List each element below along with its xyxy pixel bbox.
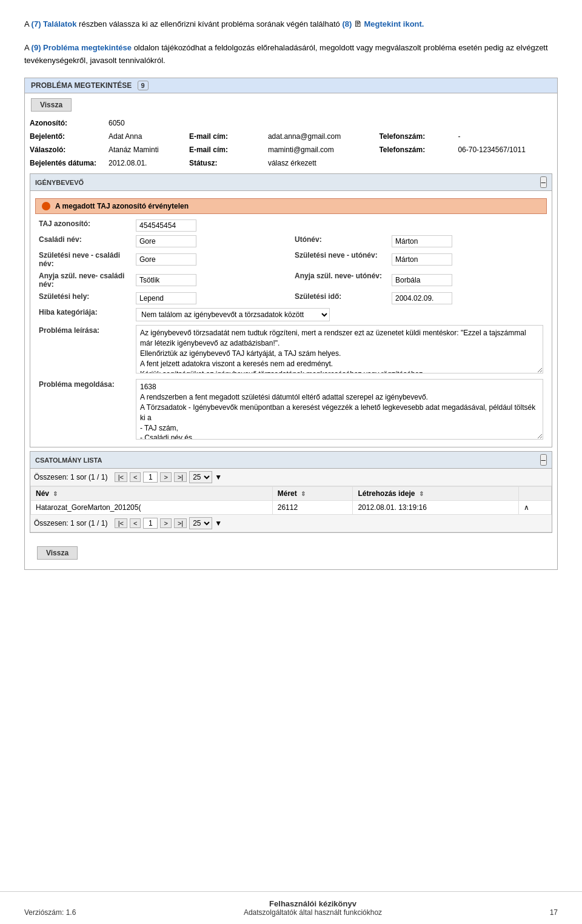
intro-p1-prefix: A [24,19,32,28]
szulnev-uto-value-cell: Márton [388,249,547,270]
att-name-cell: Hatarozat_GoreMarton_201205( [31,501,273,515]
csaladi-value: Gore [136,235,196,247]
hiba-label: Hiba kategóriája: [35,306,132,323]
leiras-textarea[interactable]: Az igénybevevő törzsadatát nem tudtuk rö… [136,325,543,373]
footer-title: Felhasználói kézikönyv [244,899,382,908]
utonev-value: Márton [392,235,452,247]
attachment-body: Összesen: 1 sor (1 / 1) |< < > >| 25 ▼ [30,469,552,532]
back-button-top[interactable]: Vissza [31,98,72,112]
pager-bottom: Összesen: 1 sor (1 / 1) |< < > >| 25 ▼ [30,515,552,532]
statusz-label: Státusz: [184,156,263,170]
panel-title: Probléma megtekintése 9 [31,81,149,90]
szulnev-uto-value: Márton [392,253,452,266]
info-table: Azonosító: 6050 Bejelentő: Adat Anna E-m… [25,116,557,170]
pager-top: Összesen: 1 sor (1 / 1) |< < > >| 25 ▼ [30,469,552,486]
footer-center: Felhasználói kézikönyv Adatszolgáltatók … [244,899,382,917]
hiba-value-cell: Nem találom az igénybevevőt a törzsadato… [132,306,547,323]
telefon1-label: Telefonszám: [374,130,453,143]
pager-last-btn-top[interactable]: >| [174,472,187,482]
pager-dropdown-icon-top: ▼ [215,473,222,481]
azonosito-row: Azonosító: 6050 [25,116,557,130]
szulhely-row: Születési hely: Lepend Születési idő: 20… [35,290,547,306]
col-size-header[interactable]: Méret ⇕ [272,487,353,501]
sort-size-icon: ⇕ [301,490,306,497]
szulhely-value: Lepend [136,292,196,304]
error-text: A megadott TAJ azonosító érvénytelen [55,202,189,210]
megoldas-label: Probléma megoldása: [35,377,132,443]
taj-value: 454545454 [136,219,196,232]
szulido-value-cell: 2004.02.09. [388,290,547,306]
megoldas-textarea[interactable]: 1638 A rendszerben a fent megadott szüle… [136,379,543,440]
attachment-collapse-btn[interactable]: – [540,454,547,466]
email2-value: maminti@gmail.com [263,143,374,156]
name-row: Családi név: Gore Utónév: Márton [35,233,547,249]
footer-subtitle: Adatszolgáltatók által használt funkciók… [244,908,382,917]
telefon1-value: - [453,130,557,143]
utonev-label: Utónév: [291,233,388,249]
anyja-csaladi-value: Tsötlik [136,274,196,286]
att-created-cell: 2012.08.01. 13:19:16 [353,501,518,515]
col-created-header[interactable]: Létrehozás ideje ⇕ [353,487,518,501]
att-header-row: Név ⇕ Méret ⇕ Létrehozás ideje ⇕ [31,487,552,501]
error-banner: A megadott TAJ azonosító érvénytelen [35,198,547,214]
megoldas-value-cell: 1638 A rendszerben a fent megadott szüle… [132,377,547,443]
attachment-header: Csatolmány lista – [30,452,552,469]
leiras-value-cell: Az igénybevevő törzsadatát nem tudtuk rö… [132,323,547,377]
statusz-value: válasz érkezett [263,156,374,170]
pager-page-top[interactable] [143,472,158,483]
leiras-label: Probléma leírása: [35,323,132,377]
pager-next-btn-bottom[interactable]: > [160,518,171,528]
pager-first-btn-top[interactable]: |< [115,472,127,482]
col-action-header [518,487,551,501]
azonosito-value: 6050 [104,116,184,130]
valaszolo-value: Atanáz Maminti [104,143,184,156]
email1-value: adat.anna@gmail.com [263,130,374,143]
pager-next-btn-top[interactable]: > [160,472,171,482]
szulnev-csaladi-value-cell: Gore [132,249,291,270]
valaszolo-label: Válaszoló: [25,143,104,156]
szulhely-label: Születési hely: [35,290,132,306]
attachment-title: Csatolmány lista [35,457,102,464]
igeny-collapse-btn[interactable]: – [540,176,547,188]
intro-p2-prefix: A [24,43,32,52]
footer: Verziószám: 1.6 Felhasználói kézikönyv A… [0,891,582,924]
pager-dropdown-icon-bottom: ▼ [215,519,222,527]
taj-label: TAJ azonosító: [35,218,132,233]
intro-p1-highlight2: (8) [342,19,352,28]
pager-last-btn-bottom[interactable]: >| [174,518,187,528]
attachment-table: Név ⇕ Méret ⇕ Létrehozás ideje ⇕ [30,486,552,515]
azonosito-label: Azonosító: [25,116,104,130]
col-name-header[interactable]: Név ⇕ [31,487,273,501]
bejdatum-value: 2012.08.01. [104,156,184,170]
table-row: Hatarozat_GoreMarton_201205( 26112 2012.… [31,501,552,515]
pager-first-btn-bottom[interactable]: |< [115,518,127,528]
szulnev-csaladi-value: Gore [136,253,196,266]
szulnev-uto-label: Születési neve - utónév: [291,249,388,270]
email2-label: E-mail cím: [184,143,263,156]
bejelento-label: Bejelentő: [25,130,104,143]
anyja-uto-value: Borbála [392,274,452,286]
csaladi-value-cell: Gore [132,233,291,249]
pager-size-select-bottom[interactable]: 25 [189,517,212,529]
att-action-cell: ∧ [518,501,551,515]
leiras-row: Probléma leírása: Az igénybevevő törzsad… [35,323,547,377]
back-button-bottom[interactable]: Vissza [37,546,78,560]
panel-header: Probléma megtekintése 9 [25,78,557,93]
datum-row: Bejelentés dátuma: 2012.08.01. Státusz: … [25,156,557,170]
back-button-bottom-wrapper: Vissza [25,537,557,569]
bejelento-row: Bejelentő: Adat Anna E-mail cím: adat.an… [25,130,557,143]
att-size-cell: 26112 [272,501,353,515]
hiba-row: Hiba kategóriája: Nem találom az igénybe… [35,306,547,323]
taj-value-cell: 454545454 [132,218,291,233]
csaladi-label: Családi név: [35,233,132,249]
hiba-select[interactable]: Nem találom az igénybevevőt a törzsadato… [136,308,330,321]
pager-prev-btn-top[interactable]: < [130,472,141,482]
intro-p1-middle: részben válassza ki az ellenőrizni kíván… [76,19,340,28]
pager-page-bottom[interactable] [143,518,158,529]
telefon2-label: Telefonszám: [374,143,453,156]
bejdatum-label: Bejelentés dátuma: [25,156,104,170]
pager-size-select-top[interactable]: 25 [189,471,212,483]
sort-created-icon: ⇕ [419,490,424,497]
pager-summary-bottom: Összesen: 1 sor (1 / 1) [34,519,107,527]
pager-prev-btn-bottom[interactable]: < [130,518,141,528]
